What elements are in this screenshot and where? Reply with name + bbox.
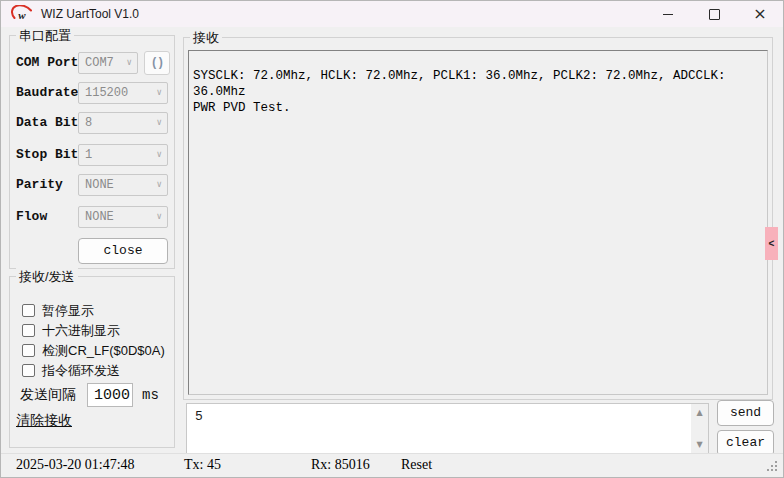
stop-bit-label: Stop Bit — [16, 147, 78, 162]
baudrate-label: Baudrate — [16, 85, 78, 100]
send-input-wrap: 5 ▲ ▼ — [186, 403, 709, 455]
stop-bit-select[interactable]: 1 ∨ — [78, 144, 168, 166]
status-reset[interactable]: Reset — [401, 454, 432, 476]
detect-crlf-label: 检测CR_LF($0D$0A) — [42, 344, 165, 358]
receive-group: 接收 SYSCLK: 72.0Mhz, HCLK: 72.0Mhz, PCLK1… — [183, 37, 773, 400]
baudrate-select[interactable]: 115200 ∨ — [78, 82, 168, 104]
pause-display-label: 暂停显示 — [42, 304, 94, 318]
wiz-logo-icon: w — [11, 5, 35, 23]
maximize-button[interactable] — [691, 1, 737, 27]
scroll-up-icon: ▲ — [691, 408, 708, 417]
side-panel-collapse-tab[interactable]: < — [765, 227, 778, 260]
app-window: w WIZ UartTool V1.0 × 串口配置 COM Port COM7… — [0, 0, 784, 478]
receive-textbox[interactable]: SYSCLK: 72.0Mhz, HCLK: 72.0Mhz, PCLK1: 3… — [188, 50, 768, 395]
receive-text: SYSCLK: 72.0Mhz, HCLK: 72.0Mhz, PCLK1: 3… — [189, 51, 767, 116]
loop-send-checkbox[interactable]: 指令循环发送 — [22, 364, 120, 378]
serial-config-group: 串口配置 COM Port COM7 ∨ () Baudrate 115200 … — [9, 35, 175, 269]
close-icon: × — [753, 6, 766, 22]
stop-bit-value: 1 — [85, 148, 92, 162]
data-bit-select[interactable]: 8 ∨ — [78, 112, 168, 134]
loop-send-label: 指令循环发送 — [42, 364, 120, 378]
window-title: WIZ UartTool V1.0 — [41, 7, 139, 21]
close-window-button[interactable]: × — [737, 1, 783, 27]
rx-tx-group-label: 接收/发送 — [16, 268, 78, 286]
pause-display-checkbox[interactable]: 暂停显示 — [22, 304, 94, 318]
parity-label: Parity — [16, 177, 63, 192]
clear-receive-link[interactable]: 清除接收 — [16, 412, 72, 430]
status-timestamp: 2025-03-20 01:47:48 — [16, 454, 135, 476]
refresh-ports-button[interactable]: () — [144, 51, 170, 75]
send-input[interactable]: 5 — [187, 404, 691, 453]
detect-crlf-checkbox[interactable]: 检测CR_LF($0D$0A) — [22, 344, 165, 358]
com-port-label: COM Port — [16, 55, 78, 70]
refresh-icon: () — [151, 56, 163, 70]
baudrate-value: 115200 — [85, 86, 128, 100]
checkbox-icon — [22, 324, 35, 337]
minimize-icon — [663, 14, 673, 15]
minimize-button[interactable] — [645, 1, 691, 27]
chevron-down-icon: ∨ — [127, 53, 132, 73]
maximize-icon — [709, 9, 720, 20]
hex-display-checkbox[interactable]: 十六进制显示 — [22, 324, 120, 338]
send-interval-unit: ms — [142, 387, 159, 403]
chevron-down-icon: ∨ — [157, 113, 162, 133]
scroll-down-icon: ▼ — [691, 440, 708, 449]
chevron-down-icon: ∨ — [157, 145, 162, 165]
rx-tx-options-group: 接收/发送 暂停显示 十六进制显示 检测CR_LF($0D$0A) 指令循环发送… — [9, 276, 175, 448]
flow-label: Flow — [16, 209, 47, 224]
flow-value: NONE — [85, 210, 114, 224]
chevron-left-icon: < — [769, 238, 775, 249]
resize-grip[interactable] — [767, 461, 769, 463]
checkbox-icon — [22, 364, 35, 377]
chevron-down-icon: ∨ — [157, 207, 162, 227]
chevron-down-icon: ∨ — [157, 175, 162, 195]
send-interval-label: 发送间隔 — [20, 386, 76, 404]
flow-select[interactable]: NONE ∨ — [78, 206, 168, 228]
chevron-down-icon: ∨ — [157, 83, 162, 103]
serial-config-group-label: 串口配置 — [16, 27, 74, 45]
hex-display-label: 十六进制显示 — [42, 324, 120, 338]
close-port-button[interactable]: close — [78, 238, 168, 264]
parity-select[interactable]: NONE ∨ — [78, 174, 168, 196]
data-bit-label: Data Bit — [16, 115, 78, 130]
parity-value: NONE — [85, 178, 114, 192]
checkbox-icon — [22, 304, 35, 317]
send-input-scrollbar[interactable]: ▲ ▼ — [691, 404, 708, 453]
status-tx-count: Tx: 45 — [184, 454, 221, 476]
send-interval-input[interactable] — [87, 383, 133, 407]
checkbox-icon — [22, 344, 35, 357]
send-button[interactable]: send — [717, 400, 774, 426]
status-bar: 2025-03-20 01:47:48 Tx: 45 Rx: 85016 Res… — [1, 453, 783, 477]
com-port-select[interactable]: COM7 ∨ — [78, 52, 138, 74]
receive-group-label: 接收 — [190, 29, 222, 47]
data-bit-value: 8 — [85, 116, 92, 130]
status-rx-count: Rx: 85016 — [311, 454, 370, 476]
svg-text:w: w — [18, 9, 26, 21]
com-port-value: COM7 — [85, 56, 114, 70]
title-bar: w WIZ UartTool V1.0 × — [1, 1, 783, 27]
